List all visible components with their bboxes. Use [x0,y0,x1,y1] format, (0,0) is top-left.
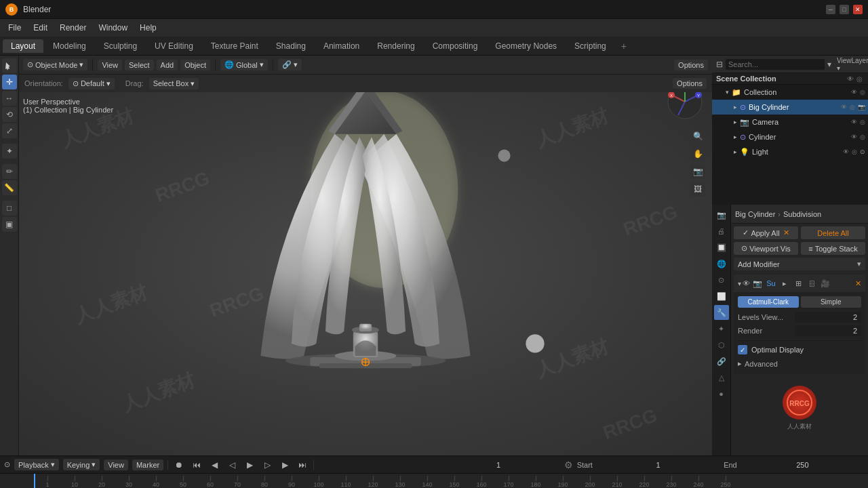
menu-edit[interactable]: Edit [28,22,53,34]
camera-tool[interactable]: 📷 [690,164,705,179]
play-button[interactable]: ▶ [243,458,256,472]
props-tab-world[interactable]: ⊙ [714,272,729,287]
props-tab-physics[interactable]: ⬡ [714,338,729,352]
tool-move[interactable]: ↔ [2,91,17,106]
viewport-3d[interactable]: Orientation: ⊙ Default ▾ Drag: Select Bo… [19,75,712,455]
outliner-search[interactable] [726,59,825,70]
next-frame-button[interactable]: ▶ [278,458,292,472]
cyl-vis-icon[interactable]: 👁 [851,134,857,140]
menu-file[interactable]: File [3,22,26,34]
optimal-display-checkbox[interactable]: ✓ [738,345,747,354]
props-tab-particles[interactable]: ✦ [714,321,729,336]
tab-layout[interactable]: Layout [3,39,43,53]
menu-help[interactable]: Help [134,22,162,34]
orientation-selector[interactable]: 🌐 Global ▾ [220,59,268,70]
tool-add-mesh[interactable]: ▣ [2,217,17,232]
next-keyframe-button[interactable]: ▷ [260,458,274,472]
mod-type-3[interactable]: ⊞ [792,277,804,289]
add-menu[interactable]: Add [157,60,178,70]
mod-eye-icon[interactable]: 👁 [743,279,750,287]
search-tool[interactable]: 🔍 [690,129,705,144]
menu-render[interactable]: Render [54,22,92,34]
select-icon[interactable]: ◎ [856,75,863,83]
camera-restrict-icon[interactable]: ◎ [860,119,865,125]
marker-menu[interactable]: Marker [132,460,163,470]
collection-visibility-icon[interactable]: 👁 [851,89,857,96]
tool-add-cube[interactable]: □ [2,201,17,216]
prev-frame-button[interactable]: ◀ [208,458,221,472]
big-cyl-vis-icon[interactable]: 👁 [841,104,847,110]
collection-restrict-icon[interactable]: ◎ [860,89,865,96]
tab-shading[interactable]: Shading [268,39,314,53]
tab-uv-editing[interactable]: UV Editing [146,39,201,53]
outliner-item-camera[interactable]: ▸ 📷 Camera 👁 ◎ [712,115,868,129]
viewport[interactable]: ⊙ Object Mode ▾ View Select Add Object 🌐… [19,56,712,455]
end-value[interactable]: 250 [741,460,864,470]
minimize-button[interactable]: ─ [826,5,835,14]
viewport-vis-button[interactable]: ⊙ Viewport Vis [734,242,798,255]
optimal-display-row[interactable]: ✓ Optimal Display [738,345,861,354]
jump-end-button[interactable]: ⏭ [296,458,309,472]
outliner-item-cylinder[interactable]: ▸ ⊙ Cylinder 👁 ◎ [712,129,868,144]
frame-number[interactable]: 1 [437,460,559,470]
jump-start-button[interactable]: ⏮ [190,458,203,472]
mod-type-4[interactable]: ⌹ [806,277,818,289]
snap-toggle[interactable]: 🔗 ▾ [278,59,302,70]
tool-rotate[interactable]: ⟲ [2,107,17,122]
tab-modeling[interactable]: Modeling [45,39,94,53]
tab-scripting[interactable]: Scripting [566,39,614,53]
viewport-options[interactable]: Options [673,78,707,89]
tool-measure[interactable]: 📏 [2,180,17,195]
view-layer-selector[interactable]: ViewLayer ▾ [837,57,868,72]
props-tab-modifiers[interactable]: 🔧 [714,305,729,320]
toggle-stack-button[interactable]: ≡ Toggle Stack [801,242,865,255]
cyl-restrict-icon[interactable]: ◎ [860,134,865,140]
mod-type-2[interactable]: ▸ [778,277,791,289]
mod-expand-icon[interactable]: ▾ [738,280,741,287]
prev-keyframe-button[interactable]: ◁ [225,458,239,472]
maximize-button[interactable]: □ [840,5,849,14]
delete-all-button[interactable]: Delete All [801,226,865,239]
props-tab-view-layer[interactable]: 🔲 [714,240,729,255]
filter-icon[interactable]: ▾ [827,60,831,69]
apply-all-button[interactable]: ✓ Apply All ✕ [734,226,798,239]
hand-tool[interactable]: ✋ [690,146,705,161]
mod-camera-icon[interactable]: 📷 [753,279,762,288]
outliner-item-collection[interactable]: ▾ 📁 Collection 👁 ◎ [712,85,868,100]
advanced-section[interactable]: ▸ Advanced [738,357,861,370]
view-menu-tl[interactable]: View [104,460,128,470]
props-tab-object[interactable]: ⬜ [714,289,729,304]
catmull-clark-button[interactable]: Catmull-Clark [738,296,799,308]
record-button[interactable]: ⏺ [172,458,186,472]
mod-type-5[interactable]: 🎥 [819,277,831,289]
options-button[interactable]: Options [674,60,708,70]
menu-window[interactable]: Window [93,22,133,34]
start-value[interactable]: 1 [597,460,719,470]
props-tab-scene[interactable]: 🌐 [714,256,729,271]
mod-type-1[interactable]: Su [765,277,777,289]
select-menu[interactable]: Select [125,60,154,70]
tool-scale[interactable]: ⤢ [2,123,17,138]
tab-animation[interactable]: Animation [315,39,368,53]
tab-geometry-nodes[interactable]: Geometry Nodes [487,39,565,53]
tool-select[interactable] [2,58,17,73]
timeline-ruler[interactable]: 1 10 20 30 40 50 60 70 80 90 100 110 120… [0,473,868,488]
tool-annotate[interactable]: ✏ [2,164,17,179]
light-restrict-icon[interactable]: ◎ [852,148,857,155]
simple-button[interactable]: Simple [801,296,862,308]
props-tab-data[interactable]: △ [714,370,729,385]
tab-sculpting[interactable]: Sculpting [96,39,145,53]
tab-compositing[interactable]: Compositing [425,39,486,53]
props-tab-output[interactable]: 🖨 [714,224,729,239]
props-tab-constraints[interactable]: 🔗 [714,354,729,369]
playhead[interactable] [34,474,35,488]
keying-menu[interactable]: Keying ▾ [63,459,100,470]
light-vis-icon[interactable]: 👁 [843,148,849,155]
render-value[interactable]: 2 [795,325,861,336]
camera-vis-icon[interactable]: 👁 [851,119,857,125]
outliner-item-big-cylinder[interactable]: ▸ ⊙ Big Cylinder 👁 ◎ 📷 [712,100,868,115]
tab-rendering[interactable]: Rendering [369,39,422,53]
eye-icon[interactable]: 👁 [847,75,854,83]
close-button[interactable]: ✕ [853,5,863,14]
tab-texture-paint[interactable]: Texture Paint [203,39,267,53]
